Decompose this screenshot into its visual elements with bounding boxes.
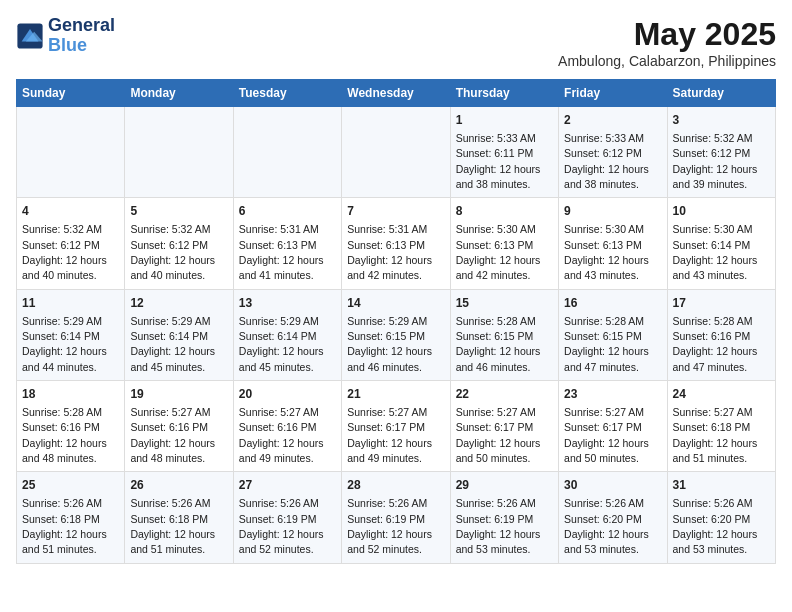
day-number: 28: [347, 477, 444, 494]
calendar-cell: 8Sunrise: 5:30 AM Sunset: 6:13 PM Daylig…: [450, 198, 558, 289]
calendar-cell: 27Sunrise: 5:26 AM Sunset: 6:19 PM Dayli…: [233, 472, 341, 563]
day-info: Sunrise: 5:26 AM Sunset: 6:19 PM Dayligh…: [456, 497, 541, 555]
day-number: 5: [130, 203, 227, 220]
day-info: Sunrise: 5:27 AM Sunset: 6:18 PM Dayligh…: [673, 406, 758, 464]
column-header-monday: Monday: [125, 80, 233, 107]
day-number: 17: [673, 295, 770, 312]
day-info: Sunrise: 5:28 AM Sunset: 6:15 PM Dayligh…: [456, 315, 541, 373]
column-header-wednesday: Wednesday: [342, 80, 450, 107]
day-number: 1: [456, 112, 553, 129]
calendar-cell: 3Sunrise: 5:32 AM Sunset: 6:12 PM Daylig…: [667, 107, 775, 198]
column-header-thursday: Thursday: [450, 80, 558, 107]
day-info: Sunrise: 5:27 AM Sunset: 6:17 PM Dayligh…: [347, 406, 432, 464]
calendar-cell: 7Sunrise: 5:31 AM Sunset: 6:13 PM Daylig…: [342, 198, 450, 289]
header: General Blue May 2025 Ambulong, Calabarz…: [16, 16, 776, 69]
day-number: 16: [564, 295, 661, 312]
calendar-cell: 20Sunrise: 5:27 AM Sunset: 6:16 PM Dayli…: [233, 381, 341, 472]
day-info: Sunrise: 5:28 AM Sunset: 6:16 PM Dayligh…: [22, 406, 107, 464]
week-row-2: 4Sunrise: 5:32 AM Sunset: 6:12 PM Daylig…: [17, 198, 776, 289]
week-row-5: 25Sunrise: 5:26 AM Sunset: 6:18 PM Dayli…: [17, 472, 776, 563]
calendar-cell: [17, 107, 125, 198]
page: General Blue May 2025 Ambulong, Calabarz…: [0, 0, 792, 580]
day-number: 8: [456, 203, 553, 220]
calendar-cell: [342, 107, 450, 198]
calendar-cell: 18Sunrise: 5:28 AM Sunset: 6:16 PM Dayli…: [17, 381, 125, 472]
day-number: 27: [239, 477, 336, 494]
calendar-cell: [125, 107, 233, 198]
day-number: 15: [456, 295, 553, 312]
day-info: Sunrise: 5:32 AM Sunset: 6:12 PM Dayligh…: [130, 223, 215, 281]
logo-line1: General: [48, 16, 115, 36]
day-number: 30: [564, 477, 661, 494]
calendar-cell: 16Sunrise: 5:28 AM Sunset: 6:15 PM Dayli…: [559, 289, 667, 380]
day-number: 3: [673, 112, 770, 129]
calendar-table: SundayMondayTuesdayWednesdayThursdayFrid…: [16, 79, 776, 564]
calendar-cell: 12Sunrise: 5:29 AM Sunset: 6:14 PM Dayli…: [125, 289, 233, 380]
week-row-4: 18Sunrise: 5:28 AM Sunset: 6:16 PM Dayli…: [17, 381, 776, 472]
calendar-cell: 2Sunrise: 5:33 AM Sunset: 6:12 PM Daylig…: [559, 107, 667, 198]
header-row: SundayMondayTuesdayWednesdayThursdayFrid…: [17, 80, 776, 107]
calendar-cell: 19Sunrise: 5:27 AM Sunset: 6:16 PM Dayli…: [125, 381, 233, 472]
calendar-body: 1Sunrise: 5:33 AM Sunset: 6:11 PM Daylig…: [17, 107, 776, 564]
day-info: Sunrise: 5:27 AM Sunset: 6:16 PM Dayligh…: [130, 406, 215, 464]
day-number: 9: [564, 203, 661, 220]
day-number: 23: [564, 386, 661, 403]
column-header-saturday: Saturday: [667, 80, 775, 107]
day-number: 18: [22, 386, 119, 403]
day-info: Sunrise: 5:26 AM Sunset: 6:20 PM Dayligh…: [564, 497, 649, 555]
day-number: 7: [347, 203, 444, 220]
day-info: Sunrise: 5:32 AM Sunset: 6:12 PM Dayligh…: [673, 132, 758, 190]
calendar-cell: 4Sunrise: 5:32 AM Sunset: 6:12 PM Daylig…: [17, 198, 125, 289]
day-info: Sunrise: 5:28 AM Sunset: 6:15 PM Dayligh…: [564, 315, 649, 373]
column-header-sunday: Sunday: [17, 80, 125, 107]
calendar-cell: 25Sunrise: 5:26 AM Sunset: 6:18 PM Dayli…: [17, 472, 125, 563]
calendar-cell: 24Sunrise: 5:27 AM Sunset: 6:18 PM Dayli…: [667, 381, 775, 472]
calendar-cell: 17Sunrise: 5:28 AM Sunset: 6:16 PM Dayli…: [667, 289, 775, 380]
day-info: Sunrise: 5:28 AM Sunset: 6:16 PM Dayligh…: [673, 315, 758, 373]
calendar-cell: 26Sunrise: 5:26 AM Sunset: 6:18 PM Dayli…: [125, 472, 233, 563]
calendar-cell: 9Sunrise: 5:30 AM Sunset: 6:13 PM Daylig…: [559, 198, 667, 289]
day-number: 4: [22, 203, 119, 220]
day-info: Sunrise: 5:30 AM Sunset: 6:14 PM Dayligh…: [673, 223, 758, 281]
calendar-cell: 29Sunrise: 5:26 AM Sunset: 6:19 PM Dayli…: [450, 472, 558, 563]
calendar-cell: 6Sunrise: 5:31 AM Sunset: 6:13 PM Daylig…: [233, 198, 341, 289]
calendar-cell: 23Sunrise: 5:27 AM Sunset: 6:17 PM Dayli…: [559, 381, 667, 472]
calendar-cell: [233, 107, 341, 198]
column-header-friday: Friday: [559, 80, 667, 107]
day-number: 31: [673, 477, 770, 494]
day-info: Sunrise: 5:29 AM Sunset: 6:14 PM Dayligh…: [22, 315, 107, 373]
day-number: 2: [564, 112, 661, 129]
calendar-cell: 21Sunrise: 5:27 AM Sunset: 6:17 PM Dayli…: [342, 381, 450, 472]
day-info: Sunrise: 5:31 AM Sunset: 6:13 PM Dayligh…: [347, 223, 432, 281]
day-number: 29: [456, 477, 553, 494]
calendar-cell: 5Sunrise: 5:32 AM Sunset: 6:12 PM Daylig…: [125, 198, 233, 289]
day-info: Sunrise: 5:33 AM Sunset: 6:11 PM Dayligh…: [456, 132, 541, 190]
calendar-cell: 28Sunrise: 5:26 AM Sunset: 6:19 PM Dayli…: [342, 472, 450, 563]
day-number: 20: [239, 386, 336, 403]
day-number: 21: [347, 386, 444, 403]
day-number: 6: [239, 203, 336, 220]
day-number: 26: [130, 477, 227, 494]
subtitle: Ambulong, Calabarzon, Philippines: [558, 53, 776, 69]
calendar-cell: 22Sunrise: 5:27 AM Sunset: 6:17 PM Dayli…: [450, 381, 558, 472]
day-number: 11: [22, 295, 119, 312]
logo-line2: Blue: [48, 36, 115, 56]
logo-icon: [16, 22, 44, 50]
day-info: Sunrise: 5:32 AM Sunset: 6:12 PM Dayligh…: [22, 223, 107, 281]
day-number: 13: [239, 295, 336, 312]
calendar-cell: 15Sunrise: 5:28 AM Sunset: 6:15 PM Dayli…: [450, 289, 558, 380]
day-info: Sunrise: 5:27 AM Sunset: 6:16 PM Dayligh…: [239, 406, 324, 464]
title-block: May 2025 Ambulong, Calabarzon, Philippin…: [558, 16, 776, 69]
day-info: Sunrise: 5:29 AM Sunset: 6:15 PM Dayligh…: [347, 315, 432, 373]
calendar-cell: 30Sunrise: 5:26 AM Sunset: 6:20 PM Dayli…: [559, 472, 667, 563]
calendar-cell: 1Sunrise: 5:33 AM Sunset: 6:11 PM Daylig…: [450, 107, 558, 198]
day-info: Sunrise: 5:26 AM Sunset: 6:18 PM Dayligh…: [22, 497, 107, 555]
calendar-header: SundayMondayTuesdayWednesdayThursdayFrid…: [17, 80, 776, 107]
day-number: 12: [130, 295, 227, 312]
day-info: Sunrise: 5:31 AM Sunset: 6:13 PM Dayligh…: [239, 223, 324, 281]
calendar-cell: 11Sunrise: 5:29 AM Sunset: 6:14 PM Dayli…: [17, 289, 125, 380]
day-info: Sunrise: 5:27 AM Sunset: 6:17 PM Dayligh…: [456, 406, 541, 464]
day-number: 10: [673, 203, 770, 220]
day-info: Sunrise: 5:30 AM Sunset: 6:13 PM Dayligh…: [564, 223, 649, 281]
day-info: Sunrise: 5:26 AM Sunset: 6:19 PM Dayligh…: [239, 497, 324, 555]
